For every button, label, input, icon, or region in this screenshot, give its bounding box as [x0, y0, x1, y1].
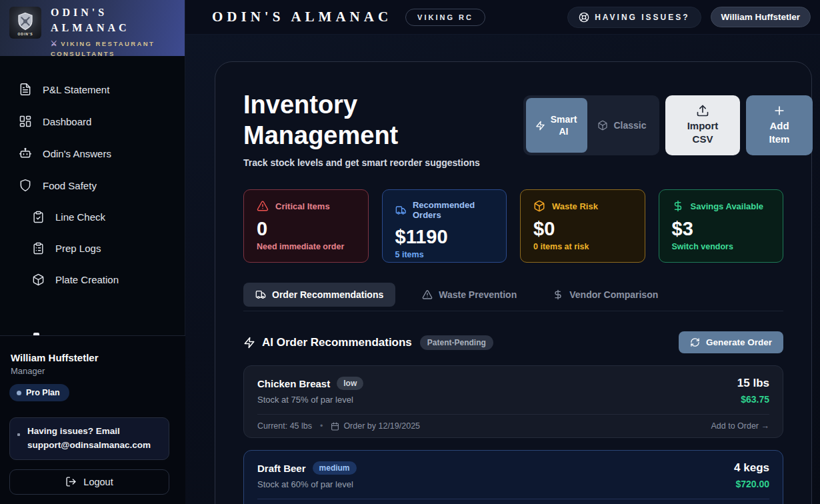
support-email-box[interactable]: Having issues? Email support@odinsalmana… [9, 417, 169, 460]
stat-cards: Critical Items 0 Need immediate order Re… [243, 189, 783, 263]
page-title: Inventory Management [243, 90, 470, 151]
sidebar: ODIN'S ODIN'S ALMANAC ⚔VIKING RESTAURANT… [0, 0, 185, 504]
stat-sub: Need immediate order [257, 242, 355, 251]
sidebar-item-label: Prep Logs [55, 243, 101, 254]
stat-savings-available: Savings Available $3 Switch vendors [659, 189, 784, 263]
location-badge: VIKING RC [405, 9, 485, 26]
file-text-icon [19, 83, 32, 96]
tab-order-recommendations[interactable]: Order Recommendations [243, 283, 395, 307]
import-csv-button[interactable]: Import CSV [665, 95, 740, 155]
refresh-icon [690, 337, 700, 347]
add-item-button[interactable]: Add Item [746, 95, 813, 155]
tab-waste-prevention[interactable]: Waste Prevention [413, 283, 526, 307]
header-brand-title: ODIN'S ALMANAC [212, 9, 392, 25]
calendar-icon [331, 422, 339, 431]
item-stock-level: Stock at 75% of par level [257, 395, 363, 405]
generate-order-button[interactable]: Generate Order [679, 331, 783, 353]
sidebar-user-name: William Huffstetler [9, 352, 169, 363]
stat-sub: Switch vendors [672, 242, 771, 251]
sidebar-brand-subtitle: ⚔VIKING RESTAURANT CONSULTANTS [51, 38, 177, 59]
stat-value: 0 [257, 218, 355, 240]
sidebar-brand-title: ODIN'S ALMANAC [51, 5, 151, 35]
user-menu-button[interactable]: William Huffstetler [711, 7, 811, 27]
smart-ai-toggle[interactable]: Smart AI [526, 98, 587, 153]
add-to-order-link[interactable]: Add to Order → [711, 421, 769, 431]
sidebar-nav: P&L Statement Dashboard Odin's Answers F… [0, 56, 185, 286]
alert-triangle-icon [422, 289, 433, 300]
patent-pending-badge: Patent-Pending [420, 335, 493, 350]
sidebar-item-label: Line Check [55, 211, 105, 223]
sidebar-item-label: Plate Creation [55, 274, 119, 285]
tab-label: Order Recommendations [272, 289, 383, 300]
classic-toggle[interactable]: Classic [587, 98, 657, 153]
stat-sub: 0 items at risk [533, 242, 632, 251]
dot-separator: • [320, 421, 323, 431]
clipboard-check-icon [32, 211, 45, 223]
tab-divider [243, 311, 783, 311]
logout-icon [65, 476, 77, 487]
plan-dot-icon [17, 391, 21, 395]
tab-vendor-comparison[interactable]: Vendor Comparison [543, 283, 667, 307]
section-title: AI Order Recommendations [243, 336, 412, 349]
logout-button[interactable]: Logout [9, 469, 169, 495]
item-current-stock: Current: 45 lbs [257, 421, 312, 431]
upload-icon [696, 104, 709, 117]
having-issues-button[interactable]: HAVING ISSUES? [567, 7, 701, 28]
clipboard-list-icon [32, 242, 45, 255]
add-item-label: Add Item [761, 119, 798, 147]
sidebar-user-section: William Huffstetler Manager Pro Plan Hav… [0, 335, 185, 504]
item-name: Draft Beer [257, 463, 306, 474]
truck-icon [255, 289, 266, 300]
item-quantity: 4 kegs [734, 461, 769, 475]
sidebar-item-dashboard[interactable]: Dashboard [19, 115, 167, 128]
stat-label: Recommended Orders [413, 200, 493, 220]
sidebar-item-pnl-statement[interactable]: P&L Statement [19, 83, 167, 96]
dashboard-grid-icon [19, 115, 32, 128]
robot-icon [19, 147, 32, 160]
stat-value: $1190 [395, 226, 494, 248]
recommendation-card-chicken-breast: Chicken Breast low Stock at 75% of par l… [243, 365, 783, 438]
sidebar-user-role: Manager [9, 366, 169, 376]
sidebar-item-prep-logs[interactable]: Prep Logs [32, 242, 167, 255]
package-icon [597, 120, 608, 131]
tab-label: Waste Prevention [439, 289, 517, 300]
item-order-by: Order by 12/19/2025 [343, 421, 420, 431]
sidebar-item-food-safety[interactable]: Food Safety [19, 179, 167, 192]
having-issues-label: HAVING ISSUES? [595, 13, 689, 22]
lifebuoy-icon [579, 12, 589, 23]
item-price: $63.75 [737, 394, 769, 405]
sidebar-item-label: Dashboard [43, 116, 91, 127]
item-stock-level: Stock at 60% of par level [257, 479, 357, 489]
package-icon [32, 273, 45, 286]
stat-critical-items: Critical Items 0 Need immediate order [243, 189, 369, 263]
sidebar-item-label: Food Safety [43, 180, 97, 191]
lightning-icon [243, 337, 255, 349]
generate-order-label: Generate Order [706, 337, 772, 347]
support-line1: Having issues? Email [27, 425, 161, 439]
sidebar-header: ODIN'S ODIN'S ALMANAC ⚔VIKING RESTAURANT… [0, 0, 185, 56]
logo-text: ODIN'S [17, 32, 33, 36]
priority-badge: medium [313, 461, 357, 475]
item-price: $720.00 [734, 479, 769, 489]
support-line2: support@odinsalmanac.com [27, 439, 161, 453]
stat-recommended-orders: Recommended Orders $1190 5 items [382, 189, 507, 263]
stat-value: $0 [533, 218, 632, 240]
sidebar-item-plate-creation[interactable]: Plate Creation [32, 273, 167, 286]
dollar-icon [672, 200, 684, 212]
sidebar-item-line-check[interactable]: Line Check [32, 211, 167, 223]
item-name: Chicken Breast [257, 378, 330, 389]
tab-label: Vendor Comparison [569, 289, 658, 300]
shield-emblem-icon [15, 11, 35, 31]
page-subtitle: Track stock levels and get smart reorder… [243, 157, 523, 168]
crossed-swords-icon: ⚔ [51, 39, 59, 47]
alert-triangle-icon [257, 200, 269, 212]
sidebar-item-label: Odin's Answers [43, 148, 111, 159]
truck-icon [395, 204, 406, 217]
top-header: ODIN'S ALMANAC VIKING RC HAVING ISSUES? … [185, 0, 820, 35]
plus-icon [773, 104, 786, 117]
lightning-icon [535, 121, 545, 131]
sidebar-item-odins-answers[interactable]: Odin's Answers [19, 147, 167, 160]
classic-label: Classic [613, 120, 646, 131]
logout-label: Logout [83, 477, 113, 487]
shield-icon [19, 179, 32, 192]
